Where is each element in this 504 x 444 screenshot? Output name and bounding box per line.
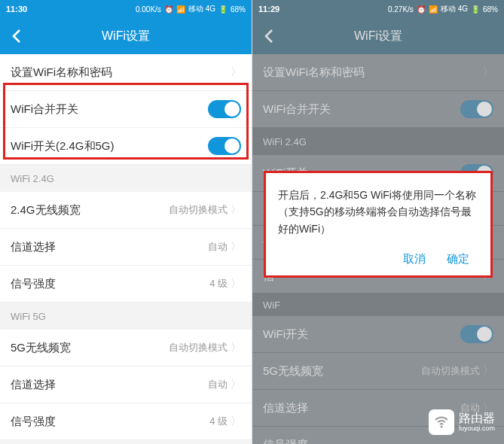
row-24g-bandwidth[interactable]: 2.4G无线频宽 自动切换模式〉 — [0, 192, 252, 229]
row-signal[interactable]: 信号强度 4 级〉 — [0, 266, 252, 303]
row-label: 2.4G无线频宽 — [11, 203, 81, 217]
left-screenshot: 11:30 0.00K/s ⏰ 📶 移动 4G 🔋 68% WiFi设置 设置W… — [0, 0, 252, 444]
row-label: WiFi合并开关 — [11, 102, 78, 117]
chevron-right-icon: 〉 — [231, 65, 241, 79]
row-wifi-name-password: 设置WiFi名称和密码 〉 — [252, 54, 504, 91]
ok-button[interactable]: 确定 — [447, 252, 469, 266]
row-signal-5g[interactable]: 信号强度 4 级〉 — [0, 403, 252, 440]
cancel-button[interactable]: 取消 — [403, 252, 426, 266]
row-5g-bandwidth[interactable]: 5G无线频宽 自动切换模式〉 — [0, 330, 252, 366]
watermark-brand: 路由器 — [459, 412, 495, 425]
status-bar: 11:29 0.27K/s ⏰ 📶 移动 4G 🔋 68% — [252, 0, 504, 18]
row-channel-5g[interactable]: 信道选择 自动〉 — [0, 366, 252, 403]
highlight-annotation: 开启后，2.4G和5G WiFi将使用同一个名称（支持5G的移动终端将会自动选择… — [264, 171, 493, 278]
chevron-right-icon: 〉 — [231, 240, 241, 254]
toggle-wifi-switch-5g — [460, 325, 493, 343]
page-header: WiFi设置 — [0, 18, 252, 54]
chevron-right-icon: 〉 — [231, 277, 241, 290]
row-wifi-merge: WiFi合并开关 — [252, 91, 504, 128]
watermark-url: luyouqi.com — [459, 425, 495, 433]
status-time: 11:29 — [258, 5, 279, 14]
chevron-right-icon: 〉 — [483, 65, 493, 79]
row-label: 信号强度 — [11, 415, 56, 429]
section-5g: WiFi 5G — [0, 303, 252, 330]
signal-icon: 📶 — [429, 5, 438, 14]
chevron-right-icon: 〉 — [483, 364, 493, 378]
toggle-wifi-merge[interactable] — [208, 100, 241, 118]
page-title: WiFi设置 — [0, 29, 252, 44]
svg-point-0 — [440, 426, 442, 428]
row-label: 设置WiFi名称和密码 — [11, 65, 112, 80]
row-label: 信号强度 — [11, 277, 56, 291]
back-button[interactable] — [252, 18, 286, 54]
row-label: 信道选择 — [11, 378, 56, 392]
row-wifi-merge[interactable]: WiFi合并开关 — [0, 91, 252, 128]
chevron-right-icon: 〉 — [231, 378, 241, 391]
alarm-icon: ⏰ — [417, 5, 426, 14]
battery-icon: 🔋 — [471, 5, 480, 14]
section-5g-partial: WiF — [252, 293, 504, 316]
row-label: 信道选择 — [11, 240, 56, 254]
confirm-dialog: 开启后，2.4G和5G WiFi将使用同一个名称（支持5G的移动终端将会自动选择… — [266, 173, 490, 275]
chevron-right-icon: 〉 — [231, 203, 241, 217]
status-time: 11:30 — [6, 5, 27, 14]
alarm-icon: ⏰ — [164, 5, 173, 14]
watermark: 路由器 luyouqi.com — [429, 409, 495, 435]
section-24g: WiFi 2.4G — [0, 165, 252, 192]
dialog-actions: 取消 确定 — [278, 237, 478, 275]
page-title: WiFi设置 — [252, 29, 504, 44]
toggle-wifi-merge — [460, 100, 493, 118]
chevron-right-icon: 〉 — [231, 341, 241, 354]
status-indicators: 0.27K/s ⏰ 📶 移动 4G 🔋 68% — [388, 4, 498, 14]
row-5g-bandwidth: 5G无线频宽 自动切换模式〉 — [252, 353, 504, 390]
page-header: WiFi设置 — [252, 18, 504, 54]
battery-icon: 🔋 — [218, 5, 228, 14]
dialog-wrapper: 开启后，2.4G和5G WiFi将使用同一个名称（支持5G的移动终端将会自动选择… — [264, 171, 493, 278]
chevron-left-icon — [12, 29, 21, 44]
router-icon — [429, 409, 454, 435]
row-wifi-switch-both[interactable]: WiFi开关(2.4G和5G) — [0, 128, 252, 165]
row-channel[interactable]: 信道选择 自动〉 — [0, 229, 252, 266]
toggle-wifi-switch[interactable] — [208, 137, 241, 155]
back-button[interactable] — [0, 18, 33, 54]
chevron-right-icon: 〉 — [231, 415, 241, 428]
row-label: WiFi开关(2.4G和5G) — [11, 139, 115, 154]
signal-icon: 📶 — [176, 5, 185, 14]
row-wifi-name-password[interactable]: 设置WiFi名称和密码 〉 — [0, 54, 252, 91]
row-label: 5G无线频宽 — [11, 341, 71, 355]
status-indicators: 0.00K/s ⏰ 📶 移动 4G 🔋 68% — [136, 4, 246, 14]
section-24g: WiFi 2.4G — [252, 128, 504, 155]
right-screenshot: 11:29 0.27K/s ⏰ 📶 移动 4G 🔋 68% WiFi设置 设置W… — [252, 0, 504, 444]
dialog-message: 开启后，2.4G和5G WiFi将使用同一个名称（支持5G的移动终端将会自动选择… — [278, 187, 478, 237]
chevron-left-icon — [264, 29, 273, 44]
row-wifi-switch-5g: WiFi开关 — [252, 316, 504, 353]
status-bar: 11:30 0.00K/s ⏰ 📶 移动 4G 🔋 68% — [0, 0, 252, 18]
